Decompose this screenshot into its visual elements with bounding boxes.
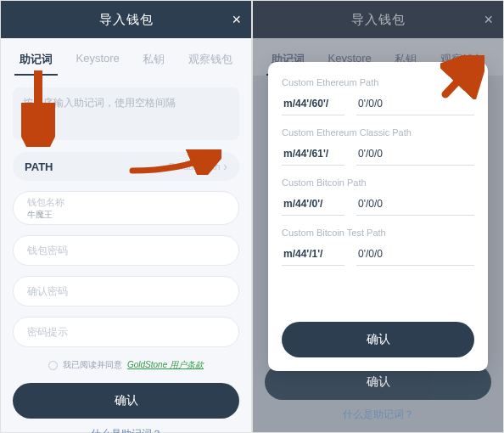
header-title: 导入钱包 bbox=[351, 12, 406, 28]
path-group-label: Custom Ethereum Path bbox=[282, 77, 474, 87]
path-suffix-input[interactable]: 0'/0/0 bbox=[356, 94, 474, 115]
mnemonic-placeholder: 按顺序输入助记词，使用空格间隔 bbox=[23, 97, 176, 109]
path-row[interactable]: PATH Default Path › bbox=[13, 152, 239, 181]
path-default: Default Path › bbox=[169, 160, 227, 173]
header-title: 导入钱包 bbox=[99, 12, 154, 28]
password-hint-field[interactable]: 密码提示 bbox=[13, 317, 239, 347]
wallet-name-field[interactable]: 钱包名称 牛魔王 bbox=[13, 191, 239, 225]
chevron-right-icon: › bbox=[223, 160, 227, 173]
tab-mnemonic[interactable]: 助记词 bbox=[16, 47, 56, 76]
path-suffix-input[interactable]: 0'/0/0 bbox=[356, 194, 474, 216]
help-link-bg: 什么是助记词？ bbox=[253, 408, 503, 422]
close-icon[interactable]: × bbox=[232, 11, 241, 29]
path-group-eth: Custom Ethereum Path m/44'/60'/ 0'/0/0 bbox=[282, 77, 474, 115]
header: 导入钱包 × bbox=[253, 1, 503, 38]
path-prefix-input[interactable]: m/44'/60'/ bbox=[282, 94, 344, 115]
screen-path-modal: 导入钱包 × 助记词 Keystore 私钥 观察钱包 确认 什么是助记词？ C… bbox=[252, 0, 504, 433]
path-label: PATH bbox=[25, 160, 53, 173]
path-group-btctest: Custom Bitcoin Test Path m/44'/1'/ 0'/0/… bbox=[282, 228, 474, 266]
terms-link[interactable]: GoldStone 用户条款 bbox=[127, 359, 204, 371]
confirm-button[interactable]: 确认 bbox=[13, 383, 239, 419]
path-group-label: Custom Ethereum Classic Path bbox=[282, 127, 474, 138]
modal-confirm-button[interactable]: 确认 bbox=[282, 322, 474, 357]
close-icon[interactable]: × bbox=[484, 11, 493, 29]
screen-import-wallet: 导入钱包 × 助记词 Keystore 私钥 观察钱包 按顺序输入助记词，使用空… bbox=[0, 0, 252, 433]
path-modal: Custom Ethereum Path m/44'/60'/ 0'/0/0 C… bbox=[268, 62, 488, 371]
tab-watchonly[interactable]: 观察钱包 bbox=[185, 47, 236, 76]
tab-bar: 助记词 Keystore 私钥 观察钱包 bbox=[1, 38, 251, 76]
path-prefix-input[interactable]: m/44'/1'/ bbox=[282, 245, 344, 266]
path-prefix-input[interactable]: m/44'/61'/ bbox=[282, 144, 344, 166]
path-group-btc: Custom Bitcoin Path m/44'/0'/ 0'/0/0 bbox=[282, 177, 474, 216]
form-body: 按顺序输入助记词，使用空格间隔 PATH Default Path › 钱包名称… bbox=[1, 76, 251, 433]
tab-privatekey[interactable]: 私钥 bbox=[139, 47, 168, 76]
path-group-label: Custom Bitcoin Path bbox=[282, 177, 474, 188]
help-link[interactable]: 什么是助记词？ bbox=[13, 427, 239, 433]
agree-checkbox[interactable] bbox=[48, 361, 58, 370]
path-prefix-input[interactable]: m/44'/0'/ bbox=[282, 194, 344, 216]
wallet-password-field[interactable]: 钱包密码 bbox=[13, 235, 239, 266]
header: 导入钱包 × bbox=[1, 1, 251, 38]
mnemonic-input[interactable]: 按顺序输入助记词，使用空格间隔 bbox=[13, 87, 239, 140]
agreement-row: 我已阅读并同意 GoldStone 用户条款 bbox=[13, 359, 239, 371]
tab-keystore[interactable]: Keystore bbox=[73, 47, 123, 76]
path-group-label: Custom Bitcoin Test Path bbox=[282, 228, 474, 238]
path-group-etc: Custom Ethereum Classic Path m/44'/61'/ … bbox=[282, 127, 474, 166]
wallet-name-label: 钱包名称 bbox=[27, 196, 64, 209]
path-suffix-input[interactable]: 0'/0/0 bbox=[356, 144, 474, 166]
confirm-password-field[interactable]: 确认密码 bbox=[13, 276, 239, 306]
wallet-name-value: 牛魔王 bbox=[27, 209, 53, 221]
agree-text: 我已阅读并同意 bbox=[63, 359, 122, 371]
path-suffix-input[interactable]: 0'/0/0 bbox=[356, 245, 474, 266]
